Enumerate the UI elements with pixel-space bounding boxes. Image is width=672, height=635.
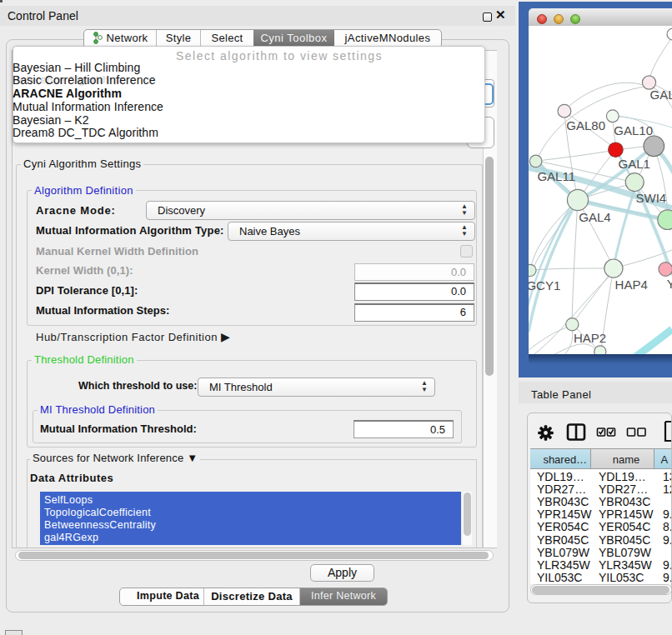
svg-text:GAL11: GAL11 xyxy=(537,169,575,183)
svg-text:GCY1: GCY1 xyxy=(529,278,560,292)
svg-text:HAP2: HAP2 xyxy=(574,331,606,345)
svg-text:GAL10: GAL10 xyxy=(614,123,653,138)
svg-text:SWI4: SWI4 xyxy=(636,191,667,205)
svg-text:GAL1: GAL1 xyxy=(619,157,650,171)
svg-text:GAL8: GAL8 xyxy=(650,88,672,102)
svg-text:GAL80: GAL80 xyxy=(566,118,605,132)
svg-text:YB: YB xyxy=(667,277,672,291)
svg-text:GAL4: GAL4 xyxy=(579,210,610,224)
svg-text:HAP4: HAP4 xyxy=(615,278,648,292)
